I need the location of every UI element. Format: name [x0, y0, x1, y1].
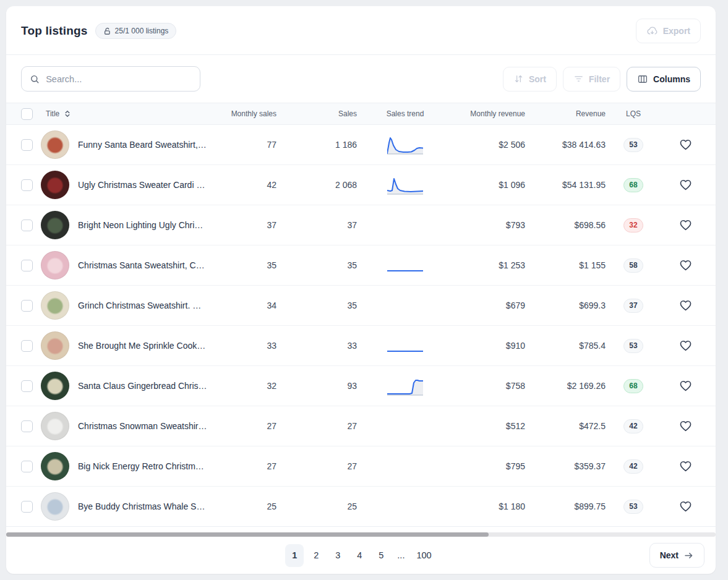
page-button-100[interactable]: 100	[411, 544, 436, 567]
column-sort-icon[interactable]	[64, 109, 71, 118]
lqs-badge: 53	[623, 500, 643, 514]
lqs-badge: 32	[623, 218, 643, 232]
sort-arrows-icon	[513, 74, 524, 84]
sort-button[interactable]: Sort	[503, 67, 557, 92]
favorite-heart-icon[interactable]	[679, 499, 693, 514]
lqs-badge: 42	[623, 459, 643, 474]
column-header-sales[interactable]: Sales	[281, 109, 362, 118]
column-header-revenue[interactable]: Revenue	[530, 109, 610, 118]
favorite-heart-icon[interactable]	[679, 218, 693, 232]
next-page-button[interactable]: Next	[649, 543, 704, 568]
revenue-value: $785.4	[530, 341, 610, 351]
listing-title[interactable]: Bye Buddy Christmas Whale Sweat...	[78, 501, 207, 511]
sales-value: 35	[281, 260, 362, 270]
listing-title[interactable]: Christmas Snowman Sweatshirt, Ch...	[78, 421, 207, 431]
listing-title[interactable]: Bright Neon Lighting Ugly Christma...	[78, 220, 207, 230]
row-checkbox[interactable]	[21, 139, 33, 151]
product-thumbnail[interactable]	[41, 412, 69, 440]
favorite-heart-icon[interactable]	[679, 378, 693, 393]
table-row: Bye Buddy Christmas Whale Sweat... 25 25…	[6, 487, 716, 527]
column-header-lqs[interactable]: LQS	[610, 109, 656, 118]
filter-button[interactable]: Filter	[563, 67, 620, 92]
row-checkbox[interactable]	[21, 501, 33, 513]
row-checkbox[interactable]	[21, 220, 33, 231]
column-header-monthly-revenue[interactable]: Monthly revenue	[448, 109, 530, 118]
search-input[interactable]	[46, 74, 192, 84]
row-checkbox[interactable]	[21, 420, 33, 432]
listings-count-label: 25/1 000 listings	[115, 27, 169, 35]
page-button-2[interactable]: 2	[307, 544, 325, 567]
monthly-sales-value: 33	[212, 341, 281, 351]
row-checkbox[interactable]	[21, 380, 33, 392]
table-row: Christmas Santa Sweatshirt, Christ... 35…	[6, 245, 716, 286]
product-thumbnail[interactable]	[41, 492, 69, 521]
monthly-sales-value: 32	[212, 381, 281, 391]
product-thumbnail[interactable]	[41, 372, 69, 400]
monthly-sales-value: 35	[212, 260, 281, 270]
cloud-download-icon	[646, 25, 658, 37]
row-checkbox[interactable]	[21, 340, 33, 352]
sales-value: 25	[281, 501, 362, 511]
revenue-value: $899.75	[530, 501, 610, 511]
sales-value: 35	[281, 301, 362, 310]
row-checkbox[interactable]	[21, 260, 33, 271]
listing-title[interactable]: Grinch Christmas Sweatshirt. Get in...	[78, 301, 207, 310]
page-button-1[interactable]: 1	[285, 544, 304, 567]
horizontal-scrollbar-thumb[interactable]	[6, 532, 489, 537]
product-thumbnail[interactable]	[41, 331, 69, 360]
row-checkbox[interactable]	[21, 300, 33, 312]
monthly-sales-value: 27	[212, 421, 281, 431]
product-thumbnail[interactable]	[41, 211, 69, 239]
toolbar-actions: Sort Filter Columns	[503, 67, 701, 92]
horizontal-scrollbar-track[interactable]	[6, 532, 716, 537]
sales-value: 37	[281, 220, 362, 230]
favorite-heart-icon[interactable]	[679, 459, 693, 474]
product-thumbnail[interactable]	[41, 171, 69, 199]
columns-button[interactable]: Columns	[627, 67, 701, 92]
row-checkbox[interactable]	[21, 179, 33, 191]
column-header-monthly-sales[interactable]: Monthly sales	[212, 109, 281, 118]
select-all-checkbox[interactable]	[21, 108, 33, 120]
listing-title[interactable]: Santa Claus Gingerbread Christmas...	[78, 381, 207, 391]
filter-label: Filter	[589, 74, 610, 84]
product-thumbnail[interactable]	[41, 251, 69, 279]
listing-title[interactable]: Funny Santa Beard Sweatshirt, cute...	[78, 140, 207, 150]
columns-label: Columns	[653, 74, 690, 84]
listing-title[interactable]: She Brought Me Sprinkle Cookies S...	[78, 341, 207, 351]
page-button-4[interactable]: 4	[350, 544, 369, 567]
favorite-heart-icon[interactable]	[679, 137, 693, 152]
lqs-badge: 68	[623, 379, 643, 393]
favorite-heart-icon[interactable]	[679, 419, 693, 433]
top-listings-card: Top listings 25/1 000 listings Export So…	[6, 6, 716, 574]
table-row: Ugly Christmas Sweater Cardi B All ... 4…	[6, 165, 716, 205]
column-header-title[interactable]: Title	[41, 109, 212, 118]
product-thumbnail[interactable]	[41, 291, 69, 320]
favorite-heart-icon[interactable]	[679, 258, 693, 273]
favorite-heart-icon[interactable]	[679, 338, 693, 353]
product-thumbnail[interactable]	[41, 452, 69, 480]
sales-trend-sparkline	[387, 134, 423, 155]
table-row: Grinch Christmas Sweatshirt. Get in... 3…	[6, 286, 716, 326]
sales-trend-sparkline	[387, 416, 423, 437]
listing-title[interactable]: Big Nick Energy Retro Christmas Sw...	[78, 461, 207, 471]
product-thumbnail[interactable]	[41, 130, 69, 159]
listing-title[interactable]: Ugly Christmas Sweater Cardi B All ...	[78, 180, 207, 190]
monthly-revenue-value: $1 253	[448, 260, 530, 270]
lqs-badge: 68	[623, 178, 643, 192]
page-ellipsis: ...	[393, 550, 408, 560]
revenue-value: $38 414.63	[530, 140, 610, 150]
listing-title[interactable]: Christmas Santa Sweatshirt, Christ...	[78, 260, 207, 270]
favorite-heart-icon[interactable]	[679, 177, 693, 192]
favorite-heart-icon[interactable]	[679, 298, 693, 313]
revenue-value: $359.37	[530, 461, 610, 471]
column-header-sales-trend[interactable]: Sales trend	[362, 109, 448, 118]
page-button-5[interactable]: 5	[372, 544, 390, 567]
page-button-3[interactable]: 3	[328, 544, 347, 567]
export-button[interactable]: Export	[636, 19, 701, 43]
sort-label: Sort	[529, 74, 546, 84]
row-checkbox[interactable]	[21, 461, 33, 472]
search-icon	[30, 74, 40, 85]
toolbar: Sort Filter Columns	[6, 55, 716, 103]
sales-value: 27	[281, 421, 362, 431]
table-row: Bright Neon Lighting Ugly Christma... 37…	[6, 205, 716, 245]
